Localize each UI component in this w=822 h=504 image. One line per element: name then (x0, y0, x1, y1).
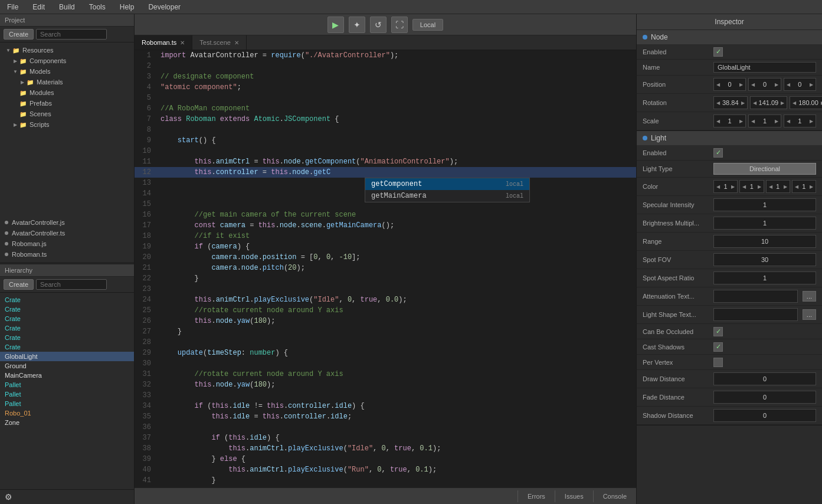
tree-item-resources[interactable]: ▼ Resources (0, 45, 134, 55)
brightness-input[interactable]: 1 (713, 217, 816, 230)
tree-item-modules[interactable]: Modules (0, 87, 134, 98)
light-section-header[interactable]: Light (637, 131, 822, 145)
position-x-input[interactable]: ◀ 0 ▶ (713, 78, 746, 91)
castshadows-checkbox[interactable] (713, 342, 723, 352)
left-arrow-icon[interactable]: ◀ (784, 78, 792, 90)
scale-z-input[interactable]: ◀ 1 ▶ (784, 114, 816, 127)
autocomplete-item-getmaincamera[interactable]: getMainCamera local (365, 190, 529, 202)
node-section-header[interactable]: Node (637, 30, 822, 44)
right-arrow-icon[interactable]: ▶ (807, 181, 816, 192)
menu-build[interactable]: Build (57, 2, 77, 12)
file-item-avatarcontrollerts[interactable]: AvatarController.ts (0, 228, 134, 238)
position-z-input[interactable]: ◀ 0 ▶ (784, 78, 816, 91)
right-arrow-icon[interactable]: ▶ (807, 78, 816, 90)
left-arrow-icon[interactable]: ◀ (749, 78, 757, 90)
left-arrow-icon[interactable]: ◀ (740, 181, 748, 192)
project-create-button[interactable]: Create (4, 29, 34, 40)
spotaspect-input[interactable]: 1 (713, 271, 816, 284)
right-arrow-icon[interactable]: ▶ (807, 115, 816, 127)
light-enabled-checkbox[interactable] (713, 148, 723, 158)
left-arrow-icon[interactable]: ◀ (714, 181, 722, 192)
spotfov-input[interactable]: 30 (713, 253, 816, 266)
hierarchy-item-robo01[interactable]: Robo_01 (0, 408, 134, 418)
rotation-z-input[interactable]: ◀ 180.00 ▶ (790, 96, 822, 109)
project-search-input[interactable] (36, 29, 107, 40)
hierarchy-item-crate-1[interactable]: Crate (0, 295, 134, 305)
right-arrow-icon[interactable]: ▶ (755, 181, 764, 192)
console-button[interactable]: Console (593, 490, 636, 502)
hierarchy-search-input[interactable] (36, 279, 107, 290)
move-button[interactable]: ✦ (349, 17, 365, 33)
right-arrow-icon[interactable]: ▶ (818, 97, 822, 109)
color-b-input[interactable]: ◀ 1 ▶ (766, 180, 790, 193)
specular-input[interactable]: 1 (713, 198, 816, 211)
hierarchy-item-crate-6[interactable]: Crate (0, 342, 134, 352)
rotation-y-input[interactable]: ◀ 141.09 ▶ (750, 96, 788, 109)
gear-icon[interactable]: ⚙ (5, 492, 12, 502)
attenuation-browse-button[interactable]: ... (803, 291, 816, 302)
left-arrow-icon[interactable]: ◀ (749, 115, 757, 127)
hierarchy-item-pallet-2[interactable]: Pallet (0, 390, 134, 399)
left-arrow-icon[interactable]: ◀ (790, 97, 798, 109)
right-arrow-icon[interactable]: ▶ (772, 115, 781, 127)
file-item-robomanjs[interactable]: Roboman.js (0, 238, 134, 249)
right-arrow-icon[interactable]: ▶ (772, 78, 781, 90)
menu-edit[interactable]: Edit (30, 2, 47, 12)
hierarchy-item-pallet-3[interactable]: Pallet (0, 399, 134, 408)
right-arrow-icon[interactable]: ▶ (729, 181, 737, 192)
right-arrow-icon[interactable]: ▶ (739, 97, 747, 109)
hierarchy-item-crate-4[interactable]: Crate (0, 323, 134, 333)
tab-close-icon[interactable]: ✕ (234, 40, 239, 46)
pervertex-checkbox[interactable] (713, 358, 723, 367)
hierarchy-item-crate-2[interactable]: Crate (0, 305, 134, 314)
file-item-robomants[interactable]: Roboman.ts (0, 249, 134, 260)
hierarchy-item-globallight[interactable]: GlobalLight (0, 352, 134, 361)
tree-item-scripts[interactable]: ▶ Scripts (0, 119, 134, 130)
enabled-checkbox[interactable] (713, 47, 723, 57)
position-y-input[interactable]: ◀ 0 ▶ (748, 78, 781, 91)
tree-item-models[interactable]: ▼ Models (0, 66, 134, 77)
menu-help[interactable]: Help (117, 2, 137, 12)
right-arrow-icon[interactable]: ▶ (737, 78, 745, 90)
tree-item-scenes[interactable]: Scenes (0, 109, 134, 119)
color-g-input[interactable]: ◀ 1 ▶ (739, 180, 764, 193)
tab-testscene[interactable]: Test.scene ✕ (192, 35, 247, 50)
right-arrow-icon[interactable]: ▶ (778, 97, 787, 109)
scale-y-input[interactable]: ◀ 1 ▶ (748, 114, 781, 127)
shadowdistance-input[interactable]: 0 (713, 409, 816, 422)
left-arrow-icon[interactable]: ◀ (751, 97, 759, 109)
hierarchy-item-zone[interactable]: Zone (0, 418, 134, 427)
rotation-x-input[interactable]: ◀ 38.84 ▶ (713, 96, 748, 109)
hierarchy-create-button[interactable]: Create (4, 279, 34, 290)
hierarchy-item-maincamera[interactable]: MainCamera (0, 371, 134, 380)
hierarchy-item-crate-5[interactable]: Crate (0, 333, 134, 342)
range-input[interactable]: 10 (713, 235, 816, 248)
menu-tools[interactable]: Tools (87, 2, 108, 12)
lightshape-input[interactable] (713, 308, 798, 321)
attenuation-input[interactable] (713, 290, 798, 303)
left-arrow-icon[interactable]: ◀ (714, 78, 722, 90)
left-arrow-icon[interactable]: ◀ (784, 115, 792, 127)
left-arrow-icon[interactable]: ◀ (714, 97, 722, 109)
menu-file[interactable]: File (5, 2, 21, 12)
errors-button[interactable]: Errors (518, 490, 555, 502)
canbeoccluded-checkbox[interactable] (713, 327, 723, 336)
name-input[interactable] (713, 62, 816, 73)
color-a-input[interactable]: ◀ 1 ▶ (792, 180, 816, 193)
tree-item-components[interactable]: ▶ Components (0, 55, 134, 66)
issues-button[interactable]: Issues (555, 490, 593, 502)
right-arrow-icon[interactable]: ▶ (737, 115, 745, 127)
right-arrow-icon[interactable]: ▶ (781, 181, 790, 192)
local-button[interactable]: Local (412, 19, 443, 31)
autocomplete-item-getcomponent[interactable]: getComponent local (365, 178, 529, 190)
file-item-avatarcontrollerjs[interactable]: AvatarController.js (0, 217, 134, 228)
hierarchy-item-pallet-1[interactable]: Pallet (0, 380, 134, 390)
light-type-button[interactable]: Directional (713, 163, 816, 175)
menu-developer[interactable]: Developer (146, 2, 183, 12)
fullscreen-button[interactable]: ⛶ (391, 17, 408, 33)
color-r-input[interactable]: ◀ 1 ▶ (713, 180, 738, 193)
fadedistance-input[interactable]: 0 (713, 391, 816, 404)
drawdistance-input[interactable]: 0 (713, 372, 816, 385)
hierarchy-item-ground[interactable]: Ground (0, 361, 134, 371)
left-arrow-icon[interactable]: ◀ (714, 115, 722, 127)
